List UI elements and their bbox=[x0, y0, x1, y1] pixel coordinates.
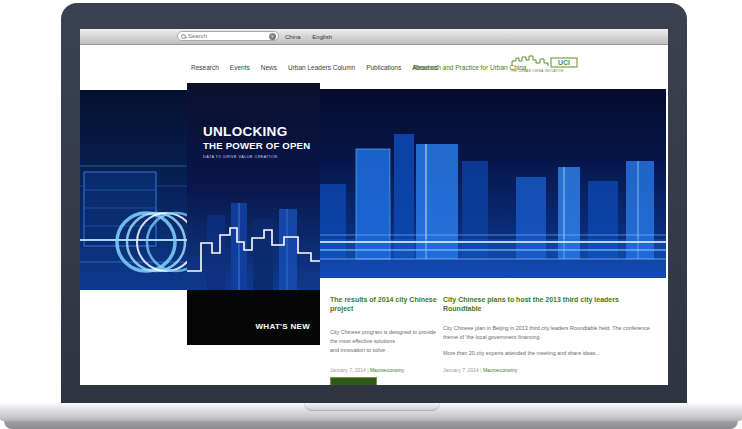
search-box[interactable]: › bbox=[177, 31, 279, 41]
search-go-icon[interactable]: › bbox=[269, 33, 276, 40]
hero-subheadline: DATA TO DRIVE VALUE CREATION bbox=[203, 155, 277, 159]
nav-item-events[interactable]: Events bbox=[230, 64, 250, 71]
laptop-mockup: › China - English Research Events News U… bbox=[0, 0, 742, 429]
nav-item-research[interactable]: Research bbox=[191, 64, 219, 71]
search-icon bbox=[181, 34, 186, 39]
website-screen: › China - English Research Events News U… bbox=[80, 29, 668, 385]
lang-english-link[interactable]: English bbox=[312, 34, 332, 40]
neon-city-left-art bbox=[80, 90, 187, 290]
hero-image-left bbox=[80, 90, 187, 290]
article-meta: January 7, 2014 | Macroeconomy bbox=[330, 367, 444, 373]
search-input[interactable] bbox=[188, 33, 269, 39]
article-title-link[interactable]: The results of 2014 city Chinese project bbox=[330, 295, 444, 314]
nav-item-news[interactable]: News bbox=[261, 64, 277, 71]
laptop-base-edge bbox=[4, 421, 738, 429]
whats-new-label: WHAT'S NEW bbox=[255, 322, 310, 331]
skyline-outline-icon bbox=[187, 193, 320, 290]
neon-city-right-art bbox=[320, 89, 666, 278]
article-excerpt: More than 20 city experts attended the m… bbox=[443, 349, 651, 358]
article-category-link[interactable]: Macroeconomy bbox=[483, 367, 517, 373]
lang-china-link[interactable]: China bbox=[285, 34, 301, 40]
hero-panel-cityscape bbox=[187, 193, 320, 290]
article-date: January 7, 2014 bbox=[443, 367, 479, 373]
read-more-button[interactable] bbox=[330, 377, 377, 385]
hero-panel: UNLOCKING THE POWER OF OPEN DATA TO DRIV… bbox=[187, 83, 320, 345]
article-title-link[interactable]: City Chinese plans to host the 2013 thir… bbox=[443, 295, 651, 314]
article-meta: January 7, 2014 | Macroeconomy bbox=[443, 367, 651, 373]
meta-separator: | bbox=[480, 367, 481, 373]
article-excerpt: City Chinese program is designed to prov… bbox=[330, 328, 444, 355]
logo-mark: UCI bbox=[558, 59, 570, 66]
logo-name: THE URBAN CHINA INITIATIVE bbox=[510, 69, 582, 73]
article-excerpt: City Chinese plan in Beijing in 2013 thi… bbox=[443, 324, 651, 342]
article-card: The results of 2014 city Chinese project… bbox=[330, 295, 444, 373]
article-category-link[interactable]: Macroeconomy bbox=[370, 367, 404, 373]
utility-bar: › China - English bbox=[80, 29, 668, 45]
hero-image-right bbox=[320, 89, 666, 278]
article-date: January 7, 2014 bbox=[330, 367, 366, 373]
hero-headline-line2: THE POWER OF OPEN bbox=[203, 140, 310, 151]
laptop-base-notch bbox=[304, 403, 440, 411]
lang-separator: - bbox=[306, 34, 308, 40]
uci-logo[interactable]: UCI THE URBAN CHINA INITIATIVE bbox=[510, 54, 582, 73]
hero-panel-bottom bbox=[187, 290, 320, 345]
meta-separator: | bbox=[367, 367, 368, 373]
article-card: City Chinese plans to host the 2013 thir… bbox=[443, 295, 651, 373]
nav-item-urban-leaders-column[interactable]: Urban Leaders Column bbox=[288, 64, 355, 71]
nav-item-publications[interactable]: Publications bbox=[366, 64, 401, 71]
language-switcher: China - English bbox=[285, 29, 332, 44]
logo-skyline-icon: UCI bbox=[510, 54, 582, 68]
hero-headline-line1: UNLOCKING bbox=[203, 124, 287, 139]
main-nav: Research Events News Urban Leaders Colum… bbox=[191, 64, 438, 71]
